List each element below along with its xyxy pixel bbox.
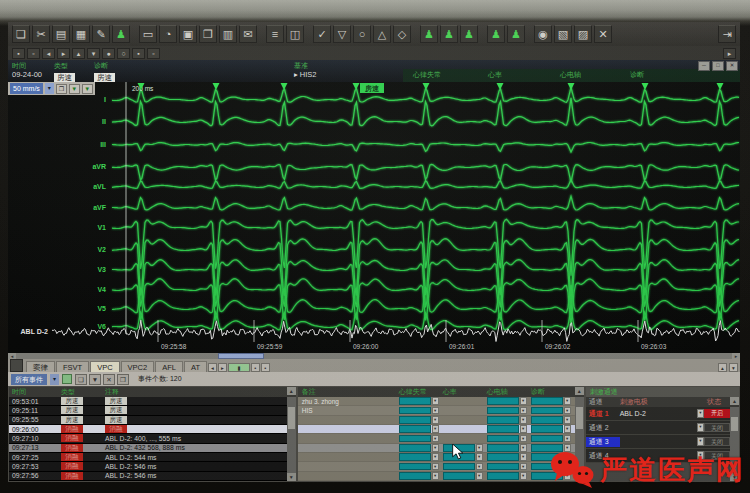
value-field[interactable] bbox=[487, 425, 519, 433]
small-doc-icon[interactable]: ▫ bbox=[27, 48, 40, 59]
small-box-icon[interactable]: ▪ bbox=[132, 48, 145, 59]
protocol-grid-icon[interactable]: ▦ bbox=[72, 25, 90, 43]
status-type-value[interactable]: 房速 bbox=[54, 73, 75, 82]
waveform-area[interactable]: IIIIIIaVRaVLaVFV1V2V3V4V5V6ABL D-209:25:… bbox=[8, 82, 740, 353]
cut-snippet-icon[interactable]: ✂ bbox=[32, 25, 50, 43]
list-item[interactable]: ▾▾▾▾ bbox=[298, 444, 575, 453]
review-icon[interactable]: ▽ bbox=[333, 25, 351, 43]
sweep-speed-select[interactable]: 50 mm/s bbox=[10, 83, 43, 94]
tab-menu-button[interactable]: ▪ bbox=[251, 363, 260, 372]
chevron-down-icon[interactable]: ▾ bbox=[520, 397, 527, 405]
value-field[interactable] bbox=[443, 463, 475, 471]
value-field[interactable] bbox=[487, 397, 519, 405]
chevron-down-icon[interactable]: ▾ bbox=[564, 397, 571, 405]
table-row[interactable]: 09:27:13消融ABL D-2: 432 568, 888 ms bbox=[9, 444, 287, 453]
chevron-down-icon[interactable]: ▾ bbox=[476, 472, 483, 480]
small-ring-icon[interactable]: ○ bbox=[117, 48, 130, 59]
split-screen-icon[interactable]: ◫ bbox=[286, 25, 304, 43]
chevron-down-icon[interactable]: ▾ bbox=[432, 416, 439, 424]
value-field[interactable] bbox=[399, 463, 431, 471]
scrollbar-thumb[interactable] bbox=[731, 417, 738, 431]
value-field[interactable] bbox=[487, 472, 519, 480]
chevron-down-icon[interactable]: ▾ bbox=[564, 435, 571, 443]
chevron-down-icon[interactable]: ▾ bbox=[564, 425, 571, 433]
status-diagnosis-value[interactable]: 房速 bbox=[94, 73, 115, 82]
patient-record-icon[interactable]: ▤ bbox=[52, 25, 70, 43]
chevron-down-icon[interactable]: ▾ bbox=[520, 453, 527, 461]
save-event-button[interactable]: ▼ bbox=[89, 374, 101, 385]
value-field[interactable] bbox=[443, 444, 475, 452]
shade-b-icon[interactable]: ▨ bbox=[574, 25, 592, 43]
value-field[interactable] bbox=[487, 435, 519, 443]
small-up-icon[interactable]: ▴ bbox=[72, 48, 85, 59]
chevron-down-icon[interactable]: ▾ bbox=[432, 472, 439, 480]
chevron-down-icon[interactable]: ▾ bbox=[520, 416, 527, 424]
scroll-down-fast-icon[interactable]: ▼ bbox=[69, 84, 80, 94]
edit-icon[interactable]: ✎ bbox=[92, 25, 110, 43]
chevron-down-icon[interactable]: ▾ bbox=[476, 463, 483, 471]
record-indicator[interactable] bbox=[62, 374, 72, 384]
user-three-icon[interactable]: ♟ bbox=[460, 25, 478, 43]
chevron-down-icon[interactable]: ▾ bbox=[520, 425, 527, 433]
value-field[interactable] bbox=[531, 416, 563, 424]
table-row[interactable]: 09:27:53消融ABL D-2: 546 ms bbox=[9, 462, 287, 471]
scroll-up-icon[interactable]: ▲ bbox=[287, 387, 296, 395]
copy-page-icon[interactable]: ❐ bbox=[199, 25, 217, 43]
chevron-down-icon[interactable]: ▾ bbox=[432, 444, 439, 452]
small-dot-icon[interactable]: ● bbox=[102, 48, 115, 59]
user-two-icon[interactable]: ♟ bbox=[440, 25, 458, 43]
beat-marker-icon[interactable] bbox=[568, 83, 575, 90]
value-field[interactable] bbox=[399, 407, 431, 415]
status-badge[interactable]: 开启 bbox=[704, 409, 730, 418]
list-item[interactable]: ▾▾▾ bbox=[298, 416, 575, 425]
value-field[interactable] bbox=[487, 407, 519, 415]
value-field[interactable] bbox=[531, 397, 563, 405]
scroll-up-icon[interactable]: ▲ bbox=[575, 387, 584, 395]
beat-marker-icon[interactable] bbox=[281, 83, 288, 90]
value-field[interactable] bbox=[399, 444, 431, 452]
list-item[interactable]: ▾▾▾▾ bbox=[298, 453, 575, 462]
chevron-down-icon[interactable]: ▾ bbox=[520, 407, 527, 415]
chevron-down-icon[interactable]: ▾ bbox=[520, 444, 527, 452]
tab-close-button[interactable]: ▪ bbox=[261, 363, 270, 372]
list-item[interactable]: HIS▾▾▾ bbox=[298, 406, 575, 415]
chevron-down-icon[interactable]: ▾ bbox=[50, 374, 59, 385]
small-forward-icon[interactable]: ▸ bbox=[57, 48, 70, 59]
value-field[interactable] bbox=[399, 472, 431, 480]
value-field[interactable] bbox=[443, 453, 475, 461]
chevron-down-icon[interactable]: ▾ bbox=[520, 463, 527, 471]
value-field[interactable] bbox=[399, 425, 431, 433]
chevron-down-icon[interactable]: ▾ bbox=[476, 444, 483, 452]
chevron-down-icon[interactable]: ▾ bbox=[476, 453, 483, 461]
chevron-down-icon[interactable]: ▾ bbox=[697, 437, 704, 446]
minimize-button[interactable]: ─ bbox=[698, 61, 710, 71]
value-field[interactable] bbox=[531, 407, 563, 415]
scroll-left-icon[interactable]: ◂ bbox=[8, 353, 16, 359]
stim-user-icon[interactable]: ♟ bbox=[487, 25, 505, 43]
exit-icon[interactable]: ⇥ bbox=[718, 25, 736, 43]
chevron-down-icon[interactable]: ▾ bbox=[432, 397, 439, 405]
confirm-icon[interactable]: ✓ bbox=[313, 25, 331, 43]
chevron-down-icon[interactable]: ▾ bbox=[564, 416, 571, 424]
value-field[interactable] bbox=[399, 416, 431, 424]
status-badge[interactable]: 关闭 bbox=[704, 423, 730, 432]
delete-event-button[interactable]: ✕ bbox=[103, 374, 115, 385]
value-field[interactable] bbox=[487, 463, 519, 471]
export-icon[interactable]: ✉ bbox=[239, 25, 257, 43]
small-back-icon[interactable]: ◂ bbox=[42, 48, 55, 59]
table-row[interactable]: 09:53:01房速房速 bbox=[9, 397, 287, 406]
list-item[interactable]: ▾▾▾▾ bbox=[298, 472, 575, 481]
beat-marker-icon[interactable] bbox=[213, 83, 220, 90]
tab-prev-button[interactable]: ◂ bbox=[208, 363, 217, 372]
chevron-down-icon[interactable]: ▾ bbox=[520, 472, 527, 480]
pane-down-button[interactable]: ▾ bbox=[729, 363, 738, 372]
chevron-down-icon[interactable]: ▾ bbox=[697, 409, 704, 418]
study-list-icon[interactable]: ❏ bbox=[12, 25, 30, 43]
chevron-down-icon[interactable]: ▾ bbox=[45, 83, 54, 94]
marker-icon[interactable]: △ bbox=[373, 25, 391, 43]
patient-icon[interactable]: ♟ bbox=[112, 25, 130, 43]
record-icon[interactable]: ○ bbox=[353, 25, 371, 43]
small-frame-icon[interactable]: ▫ bbox=[147, 48, 160, 59]
value-field[interactable] bbox=[531, 435, 563, 443]
stim-channel-row[interactable]: 通道 2▾关闭 bbox=[586, 421, 739, 435]
